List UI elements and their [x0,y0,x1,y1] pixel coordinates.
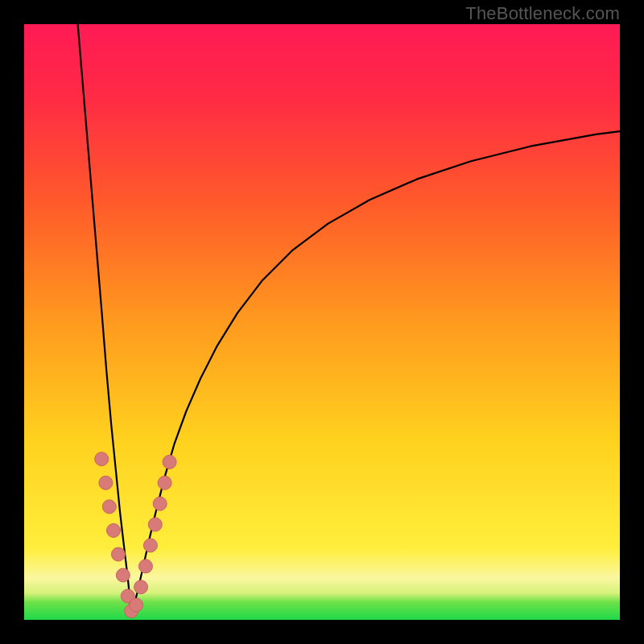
data-point [138,559,152,573]
chart-svg [24,24,620,620]
data-point [148,518,162,531]
watermark-text: TheBottleneck.com [465,3,620,24]
data-point [143,539,157,552]
data-point [134,580,148,594]
data-point [95,452,109,466]
chart-root: TheBottleneck.com [0,0,644,644]
plot-area [24,24,620,620]
data-point [107,524,121,538]
data-point [99,476,113,489]
data-point [153,497,167,510]
data-point [116,568,130,582]
data-point [102,500,116,514]
data-point [163,455,176,469]
data-point [158,476,171,489]
data-point [111,547,125,561]
data-point [130,598,143,612]
